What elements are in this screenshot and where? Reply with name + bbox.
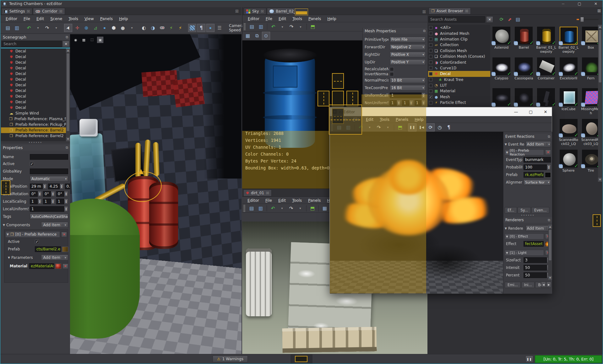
menu-item[interactable]: Tools: [66, 16, 81, 22]
menu-item[interactable]: File: [263, 16, 275, 22]
link-views-icon[interactable]: [262, 32, 270, 40]
prefab-thumbnail[interactable]: [545, 172, 551, 178]
asset-type-item[interactable]: Animation Clip: [428, 36, 490, 42]
recalculate-normals-checkbox[interactable]: [390, 67, 394, 71]
scenegraph-header[interactable]: Scenegraph: [1, 34, 70, 40]
redo-icon[interactable]: [43, 24, 51, 32]
render-thumbnail-icon[interactable]: [321, 204, 329, 212]
redo-dropdown-icon[interactable]: [296, 23, 305, 31]
tags-dropdown[interactable]: AutoColMesh|CastShadow: [30, 214, 68, 219]
reaction-group-header[interactable]: [0] - Prefab Reaction: [505, 149, 544, 155]
scenegraph-item[interactable]: Decal: [1, 60, 70, 65]
up-dir-dropdown[interactable]: Positive Y: [390, 59, 426, 65]
transform-asset-icon[interactable]: [308, 204, 317, 212]
asset-thumbnail-cell[interactable]: ✓ Sphere: [558, 148, 579, 179]
menu-item[interactable]: Help: [324, 16, 339, 22]
scenegraph-item[interactable]: Decal: [1, 88, 70, 94]
type-filter-checkbox[interactable]: [429, 43, 432, 47]
save-icon[interactable]: [247, 204, 256, 212]
scaling-x-field[interactable]: 1: [30, 199, 42, 204]
globalkey-field[interactable]: [30, 169, 68, 174]
rotation-y-field[interactable]: 0°: [43, 191, 55, 197]
scene-viewport[interactable]: ◉ ▦ ⛶ ▣: [70, 34, 242, 354]
viewport-rendermode-icon[interactable]: ▣: [97, 37, 103, 43]
asset-thumbnail-cell[interactable]: ✓ ExcelsiorII: [558, 56, 579, 87]
dock-far-right-indicator[interactable]: [593, 214, 601, 227]
tab-dirt-01[interactable]: dirt_01: [243, 190, 272, 196]
alignment-dropdown[interactable]: Surface Nor: [524, 179, 551, 185]
menu-item[interactable]: View: [82, 16, 97, 22]
simulation-speed-icon[interactable]: [436, 123, 444, 131]
effect-asset-field[interactable]: fectAsset: [524, 241, 544, 247]
asset-thumbnail-cell[interactable]: ✓ Container: [535, 56, 557, 87]
scale-tool-icon[interactable]: [91, 24, 100, 32]
panel-splitter[interactable]: ••••••: [1, 141, 70, 143]
size-factor-field[interactable]: 3: [524, 257, 551, 263]
tab-settings[interactable]: Settings: [1, 8, 32, 15]
active-checkbox[interactable]: [30, 162, 34, 166]
shape-icons-icon[interactable]: [206, 24, 215, 32]
menu-item[interactable]: Panels: [97, 16, 116, 22]
save-all-icon[interactable]: [257, 204, 265, 212]
vertex-snap-icon[interactable]: [100, 24, 109, 32]
redo-icon[interactable]: [287, 23, 296, 31]
minimize-button[interactable]: —: [510, 107, 522, 116]
asset-grid-scrollbar[interactable]: [598, 25, 602, 182]
probability-field[interactable]: 100: [524, 164, 551, 170]
close-button[interactable]: [589, 0, 603, 7]
scenegraph-item[interactable]: Decal: [1, 82, 70, 88]
undo-icon[interactable]: [269, 204, 277, 212]
type-filter-checkbox[interactable]: [429, 78, 432, 81]
dock-left-indicator[interactable]: [318, 91, 329, 106]
rotation-z-field[interactable]: 0°: [56, 191, 68, 197]
position-x-field[interactable]: 29 m: [30, 184, 47, 189]
maximize-button[interactable]: ▢: [524, 107, 537, 116]
name-field[interactable]: [30, 154, 68, 160]
type-filter-checkbox[interactable]: [429, 95, 432, 99]
component-header[interactable]: [0] - Prefab Reference: [5, 231, 60, 238]
redo-dropdown-icon[interactable]: [52, 24, 60, 32]
scenegraph-item[interactable]: Prefab Reference: Pickup_P...: [1, 122, 70, 127]
properties-header[interactable]: Properties: [1, 145, 70, 151]
type-filter-checkbox[interactable]: [429, 32, 432, 35]
tab-corridor[interactable]: Corridor: [33, 8, 65, 15]
transform-selected-icon[interactable]: [176, 24, 184, 32]
material-thumbnail[interactable]: [55, 264, 61, 269]
asset-type-item[interactable]: ColorGradient: [428, 59, 490, 65]
visualizers-icon[interactable]: [197, 24, 205, 32]
scenegraph-item[interactable]: Decal: [1, 105, 70, 110]
float-panel-icon[interactable]: [423, 29, 426, 33]
float-panel-icon[interactable]: [548, 218, 550, 222]
menu-item[interactable]: Panels: [305, 197, 323, 203]
reimport-assets-icon[interactable]: [498, 16, 505, 23]
type-filter-checkbox[interactable]: [429, 66, 432, 70]
asset-thumbnail-cell[interactable]: ✓ Barrel: [513, 25, 534, 56]
asset-type-item[interactable]: Mesh: [428, 94, 490, 100]
type-filter-checkbox[interactable]: [429, 49, 432, 52]
scenegraph-item[interactable]: Simple Wind: [1, 110, 70, 116]
add-component-button[interactable]: Add Item: [41, 222, 68, 228]
right-dir-dropdown[interactable]: Positive X: [390, 52, 426, 57]
save-all-icon[interactable]: [13, 24, 21, 32]
select-tool-icon[interactable]: [64, 24, 72, 32]
percentage-field[interactable]: 50: [524, 272, 551, 278]
normal-precision-dropdown[interactable]: 10 Bit: [390, 78, 426, 83]
clear-search-icon[interactable]: [62, 41, 69, 47]
gamepad-mode-icon[interactable]: [158, 24, 166, 32]
dock-right-indicator[interactable]: [346, 91, 358, 106]
material-asset-field[interactable]: ezMaterialAsset: [29, 263, 54, 269]
asset-thumbnail-cell[interactable]: ✓ ScannedRock02_LQ: [558, 118, 579, 148]
maximize-button[interactable]: [573, 0, 586, 7]
menu-item[interactable]: Edit: [34, 16, 47, 22]
dock-far-left-indicator[interactable]: [1, 180, 10, 195]
panel-tab[interactable]: Ef...: [505, 207, 517, 213]
asset-type-item[interactable]: Collection: [428, 42, 490, 48]
scaling-z-field[interactable]: 1: [56, 199, 68, 204]
asset-type-item[interactable]: Particle Effect: [428, 100, 490, 105]
asset-thumbnail-cell[interactable]: ✓ Cassiopeia: [513, 56, 534, 87]
sphere-tool-icon[interactable]: [119, 24, 127, 32]
scenegraph-item[interactable]: Decal: [1, 77, 70, 82]
menu-item[interactable]: Editor: [3, 16, 20, 22]
type-filter-checkbox[interactable]: [429, 55, 432, 58]
type-filter-checkbox[interactable]: [429, 84, 432, 87]
